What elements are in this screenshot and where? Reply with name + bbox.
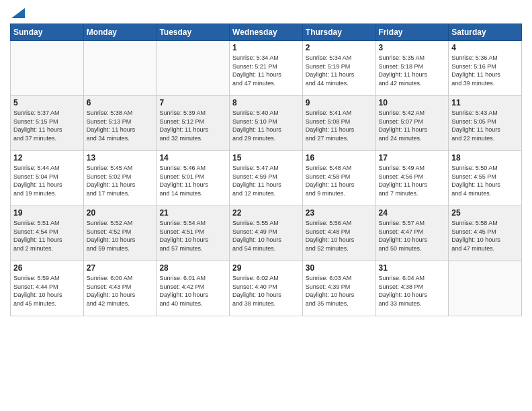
calendar-cell: 3Sunrise: 5:35 AMSunset: 5:18 PMDaylight… [375,41,449,96]
calendar-week-4: 19Sunrise: 5:51 AMSunset: 4:54 PMDayligh… [11,206,522,261]
day-number: 2 [306,43,373,52]
calendar-cell [449,261,522,316]
day-info: Sunrise: 5:40 AMSunset: 5:10 PMDaylight:… [232,109,300,142]
day-number: 29 [232,263,300,273]
page-container: SundayMondayTuesdayWednesdayThursdayFrid… [0,0,532,323]
calendar-cell: 5Sunrise: 5:37 AMSunset: 5:15 PMDaylight… [11,96,84,151]
svg-marker-0 [11,8,25,18]
day-info: Sunrise: 5:54 AMSunset: 4:51 PMDaylight:… [159,219,226,253]
day-info: Sunrise: 5:55 AMSunset: 4:49 PMDaylight:… [232,219,300,253]
day-info: Sunrise: 5:50 AMSunset: 4:55 PMDaylight:… [451,164,519,197]
calendar-week-5: 26Sunrise: 5:59 AMSunset: 4:44 PMDayligh… [11,261,522,316]
day-info: Sunrise: 5:48 AMSunset: 4:58 PMDaylight:… [306,164,373,197]
calendar-cell: 25Sunrise: 5:58 AMSunset: 4:45 PMDayligh… [449,206,522,261]
day-number: 10 [379,98,446,107]
calendar-cell: 18Sunrise: 5:50 AMSunset: 4:55 PMDayligh… [449,151,522,206]
weekday-header-tuesday: Tuesday [157,24,230,41]
day-number: 14 [159,153,226,163]
calendar-cell [157,41,230,96]
day-number: 11 [451,98,519,107]
weekday-header-wednesday: Wednesday [230,24,303,41]
day-info: Sunrise: 6:01 AMSunset: 4:42 PMDaylight:… [159,274,226,308]
logo [10,9,25,18]
logo-icon [11,8,25,18]
calendar-cell: 7Sunrise: 5:39 AMSunset: 5:12 PMDaylight… [157,96,230,151]
day-info: Sunrise: 5:38 AMSunset: 5:13 PMDaylight:… [87,109,154,142]
day-info: Sunrise: 5:57 AMSunset: 4:47 PMDaylight:… [379,219,446,253]
day-number: 4 [451,43,519,52]
day-info: Sunrise: 5:42 AMSunset: 5:07 PMDaylight:… [379,109,446,142]
day-info: Sunrise: 5:56 AMSunset: 4:48 PMDaylight:… [306,219,373,253]
calendar-table: SundayMondayTuesdayWednesdayThursdayFrid… [10,24,522,316]
day-number: 15 [232,153,300,163]
calendar-week-1: 1Sunrise: 5:34 AMSunset: 5:21 PMDaylight… [11,41,522,96]
calendar-cell: 9Sunrise: 5:41 AMSunset: 5:08 PMDaylight… [302,96,375,151]
day-info: Sunrise: 5:43 AMSunset: 5:05 PMDaylight:… [451,109,519,142]
day-info: Sunrise: 5:35 AMSunset: 5:18 PMDaylight:… [379,54,446,87]
day-number: 1 [232,43,300,52]
day-number: 25 [451,208,519,218]
weekday-header-row: SundayMondayTuesdayWednesdayThursdayFrid… [11,24,522,41]
day-info: Sunrise: 6:04 AMSunset: 4:38 PMDaylight:… [379,274,446,308]
calendar-cell: 13Sunrise: 5:45 AMSunset: 5:02 PMDayligh… [83,151,157,206]
day-number: 6 [87,98,154,107]
header [10,7,522,18]
calendar-cell: 1Sunrise: 5:34 AMSunset: 5:21 PMDaylight… [230,41,303,96]
day-number: 9 [306,98,373,107]
calendar-cell: 6Sunrise: 5:38 AMSunset: 5:13 PMDaylight… [83,96,157,151]
day-info: Sunrise: 5:45 AMSunset: 5:02 PMDaylight:… [87,164,154,197]
weekday-header-sunday: Sunday [11,24,84,41]
calendar-cell: 16Sunrise: 5:48 AMSunset: 4:58 PMDayligh… [302,151,375,206]
day-number: 28 [159,263,226,273]
calendar-cell: 10Sunrise: 5:42 AMSunset: 5:07 PMDayligh… [375,96,449,151]
day-info: Sunrise: 5:44 AMSunset: 5:04 PMDaylight:… [13,164,81,197]
day-info: Sunrise: 5:39 AMSunset: 5:12 PMDaylight:… [159,109,226,142]
calendar-cell: 26Sunrise: 5:59 AMSunset: 4:44 PMDayligh… [11,261,84,316]
calendar-cell: 14Sunrise: 5:46 AMSunset: 5:01 PMDayligh… [157,151,230,206]
day-info: Sunrise: 5:34 AMSunset: 5:19 PMDaylight:… [306,54,373,87]
day-info: Sunrise: 5:49 AMSunset: 4:56 PMDaylight:… [379,164,446,197]
day-number: 13 [87,153,154,163]
day-number: 19 [13,208,81,218]
calendar-cell: 15Sunrise: 5:47 AMSunset: 4:59 PMDayligh… [230,151,303,206]
calendar-cell: 11Sunrise: 5:43 AMSunset: 5:05 PMDayligh… [449,96,522,151]
day-info: Sunrise: 6:03 AMSunset: 4:39 PMDaylight:… [306,274,373,308]
day-info: Sunrise: 5:58 AMSunset: 4:45 PMDaylight:… [451,219,519,253]
weekday-header-thursday: Thursday [302,24,375,41]
calendar-cell: 8Sunrise: 5:40 AMSunset: 5:10 PMDaylight… [230,96,303,151]
weekday-header-saturday: Saturday [449,24,522,41]
day-number: 18 [451,153,519,163]
calendar-cell: 24Sunrise: 5:57 AMSunset: 4:47 PMDayligh… [375,206,449,261]
day-info: Sunrise: 6:02 AMSunset: 4:40 PMDaylight:… [232,274,300,308]
day-number: 31 [379,263,446,273]
day-number: 7 [159,98,226,107]
calendar-cell: 30Sunrise: 6:03 AMSunset: 4:39 PMDayligh… [302,261,375,316]
calendar-cell: 4Sunrise: 5:36 AMSunset: 5:16 PMDaylight… [449,41,522,96]
day-info: Sunrise: 5:59 AMSunset: 4:44 PMDaylight:… [13,274,81,308]
calendar-cell: 29Sunrise: 6:02 AMSunset: 4:40 PMDayligh… [230,261,303,316]
calendar-cell: 21Sunrise: 5:54 AMSunset: 4:51 PMDayligh… [157,206,230,261]
day-number: 21 [159,208,226,218]
calendar-cell: 17Sunrise: 5:49 AMSunset: 4:56 PMDayligh… [375,151,449,206]
day-info: Sunrise: 5:37 AMSunset: 5:15 PMDaylight:… [13,109,81,142]
calendar-cell: 31Sunrise: 6:04 AMSunset: 4:38 PMDayligh… [375,261,449,316]
day-number: 20 [87,208,154,218]
day-info: Sunrise: 5:46 AMSunset: 5:01 PMDaylight:… [159,164,226,197]
day-number: 16 [306,153,373,163]
calendar-cell [11,41,84,96]
calendar-cell: 2Sunrise: 5:34 AMSunset: 5:19 PMDaylight… [302,41,375,96]
calendar-cell: 22Sunrise: 5:55 AMSunset: 4:49 PMDayligh… [230,206,303,261]
calendar-cell: 23Sunrise: 5:56 AMSunset: 4:48 PMDayligh… [302,206,375,261]
calendar-week-3: 12Sunrise: 5:44 AMSunset: 5:04 PMDayligh… [11,151,522,206]
day-number: 26 [13,263,81,273]
weekday-header-monday: Monday [83,24,157,41]
day-info: Sunrise: 5:36 AMSunset: 5:16 PMDaylight:… [451,54,519,87]
day-number: 23 [306,208,373,218]
calendar-week-2: 5Sunrise: 5:37 AMSunset: 5:15 PMDaylight… [11,96,522,151]
day-number: 3 [379,43,446,52]
day-number: 12 [13,153,81,163]
day-info: Sunrise: 5:41 AMSunset: 5:08 PMDaylight:… [306,109,373,142]
day-info: Sunrise: 5:52 AMSunset: 4:52 PMDaylight:… [87,219,154,253]
day-number: 8 [232,98,300,107]
day-number: 5 [13,98,81,107]
